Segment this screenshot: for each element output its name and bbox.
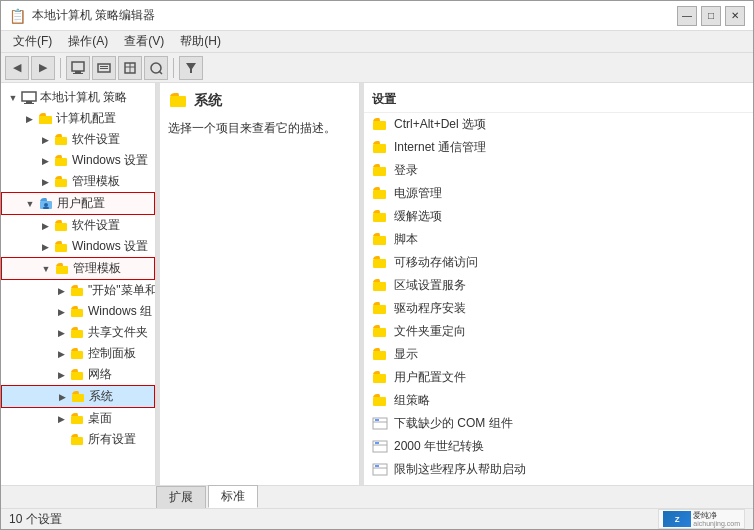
label-display: 显示	[394, 346, 418, 363]
tab-expand[interactable]: 扩展	[156, 486, 206, 508]
menu-action[interactable]: 操作(A)	[60, 31, 116, 52]
label-admin-templates: 管理模板	[72, 173, 120, 190]
tree-item-user-software[interactable]: ▶ 软件设置	[1, 215, 155, 236]
right-item-mitigation[interactable]: 缓解选项	[364, 205, 753, 228]
svg-rect-28	[71, 309, 83, 317]
label-folder-redirect: 文件夹重定向	[394, 323, 466, 340]
svg-rect-18	[55, 137, 67, 145]
svg-rect-42	[373, 259, 386, 268]
back-button[interactable]: ◀	[5, 56, 29, 80]
tree-item-facade[interactable]: ▶ 桌面	[1, 408, 155, 429]
right-item-folder-redirect[interactable]: 文件夹重定向	[364, 320, 753, 343]
forward-button[interactable]: ▶	[31, 56, 55, 80]
folder-internet-comm-icon	[372, 140, 388, 156]
label-user-admin: 管理模板	[73, 260, 121, 277]
folder-start-menu-icon	[69, 283, 85, 299]
label-ctrl-alt-del: Ctrl+Alt+Del 选项	[394, 116, 486, 133]
right-item-display[interactable]: 显示	[364, 343, 753, 366]
right-item-internet-comm[interactable]: Internet 通信管理	[364, 136, 753, 159]
svg-rect-12	[22, 92, 36, 101]
folder-computer-config-icon	[37, 111, 53, 127]
svg-rect-45	[373, 328, 386, 337]
toolbar-btn-1[interactable]	[66, 56, 90, 80]
right-item-group-policy[interactable]: 组策略	[364, 389, 753, 412]
right-item-driver[interactable]: 驱动程序安装	[364, 297, 753, 320]
svg-rect-24	[55, 223, 67, 231]
toolbar-btn-4[interactable]	[144, 56, 168, 80]
right-item-removable[interactable]: 可移动存储访问	[364, 251, 753, 274]
folder-group-policy-icon	[372, 393, 388, 409]
expand-windows-group: ▶	[53, 304, 69, 320]
right-item-year2000[interactable]: 2000 年世纪转换	[364, 435, 753, 458]
svg-rect-43	[373, 282, 386, 291]
label-windows-settings: Windows 设置	[72, 152, 148, 169]
right-item-locale[interactable]: 区域设置服务	[364, 274, 753, 297]
menu-file[interactable]: 文件(F)	[5, 31, 60, 52]
minimize-button[interactable]: —	[677, 6, 697, 26]
right-item-user-profile[interactable]: 用户配置文件	[364, 366, 753, 389]
tree-item-software-settings[interactable]: ▶ 软件设置	[1, 129, 155, 150]
toolbar-separator-1	[60, 58, 61, 78]
tree-item-user-windows[interactable]: ▶ Windows 设置	[1, 236, 155, 257]
label-software-settings: 软件设置	[72, 131, 120, 148]
label-windows-group: Windows 组	[88, 303, 152, 320]
label-all-settings: 所有设置	[88, 431, 136, 448]
tree-item-all-settings[interactable]: 所有设置	[1, 429, 155, 450]
expand-software-settings: ▶	[37, 132, 53, 148]
right-item-ctrl-alt-del[interactable]: Ctrl+Alt+Del 选项	[364, 113, 753, 136]
svg-rect-44	[373, 305, 386, 314]
tree-item-system[interactable]: ▶ 系统	[1, 385, 155, 408]
svg-rect-30	[71, 351, 83, 359]
expand-local-policy: ▼	[5, 90, 21, 106]
tree-item-network[interactable]: ▶ 网络	[1, 364, 155, 385]
title-controls: — □ ✕	[677, 6, 745, 26]
right-item-restrict[interactable]: 限制这些程序从帮助启动	[364, 458, 753, 481]
expand-admin-templates: ▶	[37, 174, 53, 190]
title-icon: 📋	[9, 8, 26, 24]
right-item-scripts[interactable]: 脚本	[364, 228, 753, 251]
tree-item-control-panel[interactable]: ▶ 控制面板	[1, 343, 155, 364]
svg-rect-20	[55, 179, 67, 187]
special-restrict-icon	[372, 462, 388, 478]
folder-facade-icon	[69, 411, 85, 427]
tree-item-computer-config[interactable]: ▶ 计算机配置	[1, 108, 155, 129]
svg-rect-40	[373, 213, 386, 222]
label-network: 网络	[88, 366, 112, 383]
folder-control-panel-icon	[69, 346, 85, 362]
tree-item-admin-templates[interactable]: ▶ 管理模板	[1, 171, 155, 192]
folder-ctrl-alt-del-icon	[372, 117, 388, 133]
label-internet-comm: Internet 通信管理	[394, 139, 486, 156]
label-login: 登录	[394, 162, 418, 179]
toolbar-separator-2	[173, 58, 174, 78]
svg-rect-29	[71, 330, 83, 338]
tree-item-local-policy[interactable]: ▼ 本地计算机 策略	[1, 87, 155, 108]
tree-item-windows-group[interactable]: ▶ Windows 组	[1, 301, 155, 322]
tab-standard[interactable]: 标准	[208, 485, 258, 508]
toolbar-btn-2[interactable]	[92, 56, 116, 80]
svg-rect-17	[39, 117, 52, 124]
tree-item-shared-folder[interactable]: ▶ 共享文件夹	[1, 322, 155, 343]
right-item-com[interactable]: 下载缺少的 COM 组件	[364, 412, 753, 435]
right-item-power[interactable]: 电源管理	[364, 182, 753, 205]
toolbar-btn-3[interactable]	[118, 56, 142, 80]
folder-user-config-icon	[38, 196, 54, 212]
right-item-login[interactable]: 登录	[364, 159, 753, 182]
tree-item-start-menu[interactable]: ▶ "开始"菜单和	[1, 280, 155, 301]
label-locale: 区域设置服务	[394, 277, 466, 294]
menu-view[interactable]: 查看(V)	[116, 31, 172, 52]
folder-user-profile-icon	[372, 370, 388, 386]
svg-line-10	[159, 71, 162, 74]
special-com-icon	[372, 416, 388, 432]
menu-help[interactable]: 帮助(H)	[172, 31, 229, 52]
svg-rect-46	[373, 351, 386, 360]
maximize-button[interactable]: □	[701, 6, 721, 26]
close-button[interactable]: ✕	[725, 6, 745, 26]
folder-driver-icon	[372, 301, 388, 317]
tree-item-windows-settings[interactable]: ▶ Windows 设置	[1, 150, 155, 171]
folder-power-icon	[372, 186, 388, 202]
tree-item-user-config[interactable]: ▼ 用户配置	[1, 192, 155, 215]
folder-system-icon	[70, 389, 86, 405]
tree-item-user-admin[interactable]: ▼ 管理模板	[1, 257, 155, 280]
folder-network-icon	[69, 367, 85, 383]
toolbar-btn-filter[interactable]	[179, 56, 203, 80]
